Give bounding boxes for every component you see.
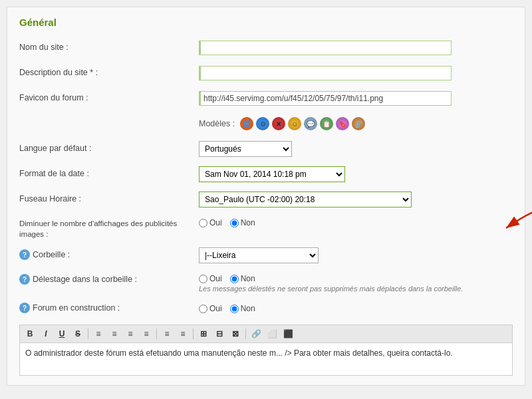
fuseau-label: Fuseau Horaire : bbox=[19, 194, 199, 205]
modeles-col: Modèles : 🌀 ⚙ ✖ ☺ 💬 📋 🔖 🔗 bbox=[199, 117, 513, 130]
forum-construction-oui-radio[interactable] bbox=[199, 305, 207, 313]
model-icon-6[interactable]: 📋 bbox=[320, 117, 333, 130]
toolbar-align-left[interactable]: ≡ bbox=[91, 327, 106, 340]
corbeille-row: ? Corbeille : |--Lixeira bbox=[19, 246, 513, 265]
forum-construction-non-label: Non bbox=[241, 304, 255, 313]
toolbar-list-ul[interactable]: ≡ bbox=[160, 327, 174, 340]
toolbar-sep-2 bbox=[156, 329, 157, 339]
nom-du-site-input[interactable] bbox=[199, 41, 452, 55]
corbeille-help-icon[interactable]: ? bbox=[19, 249, 30, 260]
langue-input-col: Portugués Français English Español bbox=[199, 141, 513, 157]
toolbar-justify[interactable]: ≡ bbox=[139, 327, 154, 340]
delestage-input-col: Oui Non Les messages délestés ne seront … bbox=[199, 274, 513, 293]
toolbar-italic[interactable]: I bbox=[39, 327, 53, 340]
section-title: Général bbox=[19, 17, 513, 31]
format-date-label: Format de la date : bbox=[19, 168, 199, 180]
corbeille-label: Corbeille : bbox=[33, 249, 212, 261]
diminuer-row: Diminuer le nombre d'affichages des publ… bbox=[19, 215, 513, 239]
toolbar-align-center[interactable]: ≡ bbox=[107, 327, 122, 340]
fuseau-row: Fuseau Horaire : Sao_Paulo (UTC -02:00) … bbox=[19, 190, 513, 209]
toolbar-extra-3[interactable]: ⊠ bbox=[228, 327, 243, 340]
diminuer-label: Diminuer le nombre d'affichages des publ… bbox=[19, 218, 199, 239]
diminuer-input-col: Oui Non bbox=[199, 218, 513, 227]
diminuer-oui-label: Oui bbox=[209, 218, 222, 227]
editor-content[interactable]: O administrador deste fórum está efetuan… bbox=[19, 342, 513, 376]
toolbar-underline[interactable]: U bbox=[55, 327, 69, 340]
forum-construction-input-col: Oui Non bbox=[199, 304, 513, 313]
model-icon-5[interactable]: 💬 bbox=[304, 117, 317, 130]
delestage-help-icon[interactable]: ? bbox=[19, 274, 30, 285]
fuseau-select[interactable]: Sao_Paulo (UTC -02:00) 20:18 bbox=[199, 192, 412, 207]
model-icon-1[interactable]: 🌀 bbox=[240, 117, 253, 130]
model-icon-7[interactable]: 🔖 bbox=[336, 117, 349, 130]
diminuer-oui-option[interactable]: Oui bbox=[199, 218, 222, 227]
fuseau-input-col: Sao_Paulo (UTC -02:00) 20:18 bbox=[199, 192, 513, 207]
favicon-input[interactable] bbox=[199, 91, 452, 106]
modeles-row: Modèles : 🌀 ⚙ ✖ ☺ 💬 📋 🔖 🔗 bbox=[19, 114, 513, 133]
corbeille-input-col: |--Lixeira bbox=[199, 247, 513, 263]
description-input[interactable] bbox=[199, 66, 452, 80]
forum-construction-label: Forum en construction : bbox=[33, 303, 212, 315]
corbeille-select[interactable]: |--Lixeira bbox=[199, 247, 319, 263]
toolbar-list-ol[interactable]: ≡ bbox=[176, 327, 190, 340]
delestage-non-label: Non bbox=[241, 274, 255, 283]
toolbar-align-right[interactable]: ≡ bbox=[123, 327, 138, 340]
model-icon-4[interactable]: ☺ bbox=[288, 117, 301, 130]
toolbar-link[interactable]: 🔗 bbox=[249, 327, 263, 340]
description-input-col bbox=[199, 66, 513, 80]
editor-toolbar: B I U S ≡ ≡ ≡ ≡ ≡ ≡ ⊞ ⊟ ⊠ 🔗 ⬜ ⬛ bbox=[19, 325, 513, 342]
delestage-oui-label: Oui bbox=[209, 274, 222, 283]
forum-construction-non-option[interactable]: Non bbox=[230, 304, 255, 313]
forum-construction-non-radio[interactable] bbox=[230, 305, 239, 313]
delestage-row: ? Délestage dans la corbeille : Oui Non … bbox=[19, 271, 513, 293]
delestage-helper-text: Les messages délestés ne seront pas supp… bbox=[199, 285, 513, 293]
forum-construction-row: ? Forum en construction : Oui Non bbox=[19, 299, 513, 318]
delestage-non-radio[interactable] bbox=[230, 275, 239, 283]
diminuer-non-option[interactable]: Non bbox=[230, 218, 255, 227]
toolbar-strike[interactable]: S bbox=[70, 327, 85, 340]
model-icon-3[interactable]: ✖ bbox=[272, 117, 285, 130]
toolbar-bold[interactable]: B bbox=[23, 327, 37, 340]
toolbar-extra-5[interactable]: ⬛ bbox=[281, 327, 295, 340]
description-row: Description du site * : bbox=[19, 64, 513, 82]
model-icon-2[interactable]: ⚙ bbox=[256, 117, 269, 130]
nom-du-site-label: Nom du site : bbox=[19, 42, 199, 54]
delestage-oui-option[interactable]: Oui bbox=[199, 274, 222, 283]
delestage-oui-radio[interactable] bbox=[199, 275, 207, 283]
forum-construction-oui-label: Oui bbox=[209, 304, 222, 313]
forum-construction-radio-group: Oui Non bbox=[199, 304, 513, 313]
toolbar-sep-3 bbox=[193, 329, 194, 339]
modeles-label: Modèles : bbox=[199, 119, 235, 128]
toolbar-extra-1[interactable]: ⊞ bbox=[196, 327, 211, 340]
delestage-label-col: ? Délestage dans la corbeille : bbox=[19, 274, 199, 286]
corbeille-label-col: ? Corbeille : bbox=[19, 249, 199, 261]
model-icon-8[interactable]: 🔗 bbox=[352, 117, 365, 130]
nom-du-site-row: Nom du site : bbox=[19, 39, 513, 57]
format-date-row: Format de la date : Sam Nov 01, 2014 10:… bbox=[19, 165, 513, 184]
nom-du-site-input-col bbox=[199, 41, 513, 55]
editor-section: B I U S ≡ ≡ ≡ ≡ ≡ ≡ ⊞ ⊟ ⊠ 🔗 ⬜ ⬛ bbox=[19, 325, 513, 376]
favicon-row: Favicon du forum : bbox=[19, 89, 513, 108]
toolbar-sep-4 bbox=[245, 329, 246, 339]
diminuer-non-label: Non bbox=[241, 218, 255, 227]
toolbar-sep-1 bbox=[88, 329, 88, 339]
delestage-label: Délestage dans la corbeille : bbox=[33, 274, 212, 286]
format-date-input-col: Sam Nov 01, 2014 10:18 pm bbox=[199, 166, 513, 182]
langue-row: Langue par défaut : Portugués Français E… bbox=[19, 140, 513, 158]
toolbar-extra-2[interactable]: ⊟ bbox=[212, 327, 227, 340]
forum-construction-oui-option[interactable]: Oui bbox=[199, 304, 222, 313]
delestage-non-option[interactable]: Non bbox=[230, 274, 255, 283]
diminuer-non-radio[interactable] bbox=[230, 219, 239, 227]
forum-construction-label-col: ? Forum en construction : bbox=[19, 303, 199, 315]
langue-select[interactable]: Portugués Français English Español bbox=[199, 141, 292, 157]
langue-label: Langue par défaut : bbox=[19, 143, 199, 155]
format-date-select[interactable]: Sam Nov 01, 2014 10:18 pm bbox=[199, 166, 345, 182]
favicon-label: Favicon du forum : bbox=[19, 92, 199, 104]
diminuer-radio-group: Oui Non bbox=[199, 218, 513, 227]
favicon-input-col bbox=[199, 91, 513, 106]
toolbar-extra-4[interactable]: ⬜ bbox=[265, 327, 279, 340]
description-label: Description du site * : bbox=[19, 67, 199, 79]
forum-construction-help-icon[interactable]: ? bbox=[19, 303, 30, 313]
diminuer-oui-radio[interactable] bbox=[199, 219, 207, 227]
delestage-radio-group: Oui Non bbox=[199, 274, 513, 283]
